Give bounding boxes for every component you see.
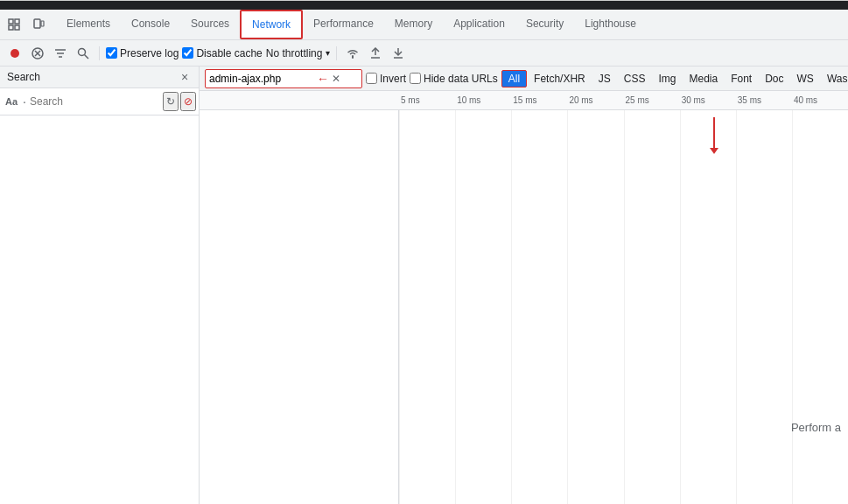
grid-lines	[399, 110, 848, 504]
timeline-tick-3: 20 ms	[569, 95, 592, 105]
preserve-log-input[interactable]	[106, 47, 117, 59]
network-panel: ← ✕ Invert Hide data URLs All	[200, 66, 848, 504]
export-icon[interactable]	[389, 44, 408, 63]
filter-button[interactable]	[51, 44, 70, 63]
filter-row: ← ✕ Invert Hide data URLs All	[200, 66, 848, 91]
search-sidebar: Search × Aa · ↻ ⊘	[0, 66, 200, 504]
search-input[interactable]	[30, 95, 161, 108]
toolbar: Preserve log Disable cache No throttling…	[0, 40, 848, 66]
timeline-tick-4: 25 ms	[626, 95, 649, 105]
tabs: Elements Console Sources Network Perform…	[56, 10, 647, 39]
svg-rect-1	[15, 19, 19, 24]
svg-rect-0	[9, 19, 13, 24]
toolbar-separator-2	[336, 46, 337, 60]
tab-memory[interactable]: Memory	[384, 10, 443, 39]
search-header: Search ×	[0, 66, 199, 88]
svg-rect-5	[41, 21, 44, 26]
devtools-panel: Elements Console Sources Network Perform…	[0, 0, 848, 504]
grid-line-3	[567, 110, 568, 504]
timeline-header: 5 ms10 ms15 ms20 ms25 ms30 ms35 ms40 ms4…	[200, 91, 848, 110]
search-close-button[interactable]: ×	[178, 70, 192, 84]
throttle-select[interactable]: No throttling ▾	[266, 47, 331, 60]
search-regex[interactable]: ·	[21, 93, 28, 110]
annotation-arrow	[710, 117, 718, 154]
type-tab-ws[interactable]: WS	[791, 71, 820, 87]
svg-rect-4	[34, 19, 40, 28]
waterfall-area: Perform a	[200, 110, 848, 504]
search-refresh-button[interactable]: ↻	[163, 92, 179, 111]
tab-network[interactable]: Network	[240, 10, 303, 39]
devtools-icons	[4, 14, 49, 35]
type-tab-img[interactable]: Img	[652, 71, 682, 87]
search-case-sensitive[interactable]: Aa	[4, 94, 19, 108]
type-tab-fetch-xhr[interactable]: Fetch/XHR	[528, 71, 592, 87]
type-tab-css[interactable]: CSS	[618, 71, 652, 87]
filter-arrow-icon: ←	[317, 72, 329, 86]
timeline-tick-2: 15 ms	[513, 95, 536, 105]
grid-line-2	[511, 110, 512, 504]
type-tab-font[interactable]: Font	[725, 71, 758, 87]
grid-line-5	[680, 110, 681, 504]
filter-input-wrap: ← ✕	[205, 69, 362, 88]
disable-cache-input[interactable]	[182, 47, 193, 59]
invert-input[interactable]	[366, 73, 377, 84]
search-title: Search	[7, 71, 40, 83]
preserve-log-checkbox[interactable]: Preserve log	[106, 47, 179, 60]
search-input-row: Aa · ↻ ⊘	[0, 88, 199, 116]
chevron-down-icon: ▾	[326, 48, 330, 58]
tab-application[interactable]: Application	[443, 10, 515, 39]
tab-elements[interactable]: Elements	[56, 10, 121, 39]
type-tab-js[interactable]: JS	[592, 71, 617, 87]
waterfall-right	[399, 110, 848, 504]
grid-line-6	[736, 110, 737, 504]
svg-rect-2	[9, 25, 13, 30]
invert-checkbox[interactable]: Invert	[366, 73, 406, 85]
device-icon[interactable]	[28, 14, 49, 35]
timeline-tick-0: 5 ms	[401, 95, 420, 105]
search-toolbar-button[interactable]	[74, 44, 93, 63]
tab-performance[interactable]: Performance	[303, 10, 384, 39]
timeline-tick-5: 30 ms	[682, 95, 705, 105]
filter-input[interactable]	[209, 73, 314, 85]
clear-button[interactable]	[28, 44, 47, 63]
grid-line-7	[792, 110, 793, 504]
svg-point-6	[11, 49, 19, 58]
hide-data-urls-input[interactable]	[410, 73, 421, 84]
waterfall-left	[200, 110, 399, 504]
type-tab-wasm[interactable]: Wasm	[821, 71, 848, 87]
filter-clear-button[interactable]: ✕	[332, 73, 340, 85]
main-area: Search × Aa · ↻ ⊘ ← ✕	[0, 66, 848, 504]
timeline-tick-7: 40 ms	[794, 95, 817, 105]
tab-security[interactable]: Security	[515, 10, 574, 39]
search-no-button[interactable]: ⊘	[180, 92, 196, 111]
svg-line-14	[85, 54, 89, 59]
grid-line-0	[399, 110, 400, 504]
grid-line-1	[455, 110, 456, 504]
perform-text: Perform a	[791, 421, 841, 434]
browser-chrome	[0, 1, 848, 10]
toolbar-separator-1	[99, 46, 100, 60]
type-tab-doc[interactable]: Doc	[759, 71, 789, 87]
import-icon[interactable]	[366, 44, 385, 63]
timeline-tick-1: 10 ms	[457, 95, 480, 105]
hide-data-urls-checkbox[interactable]: Hide data URLs	[410, 73, 498, 85]
tab-bar: Elements Console Sources Network Perform…	[0, 10, 848, 40]
timeline-ticks: 5 ms10 ms15 ms20 ms25 ms30 ms35 ms40 ms4…	[399, 91, 848, 110]
search-empty-content	[0, 116, 199, 504]
type-tab-all[interactable]: All	[501, 70, 527, 88]
wifi-icon[interactable]	[343, 44, 362, 63]
tab-lighthouse[interactable]: Lighthouse	[574, 10, 647, 39]
type-tabs: All Fetch/XHR JS CSS Img Media	[501, 70, 848, 88]
timeline-tick-6: 35 ms	[738, 95, 761, 105]
svg-rect-3	[15, 25, 19, 30]
disable-cache-checkbox[interactable]: Disable cache	[182, 47, 262, 60]
tab-sources[interactable]: Sources	[180, 10, 240, 39]
record-button[interactable]	[5, 44, 25, 63]
type-tab-media[interactable]: Media	[683, 71, 724, 87]
svg-point-13	[79, 48, 86, 55]
inspect-icon[interactable]	[4, 14, 25, 35]
tab-console[interactable]: Console	[121, 10, 180, 39]
grid-line-4	[624, 110, 625, 504]
